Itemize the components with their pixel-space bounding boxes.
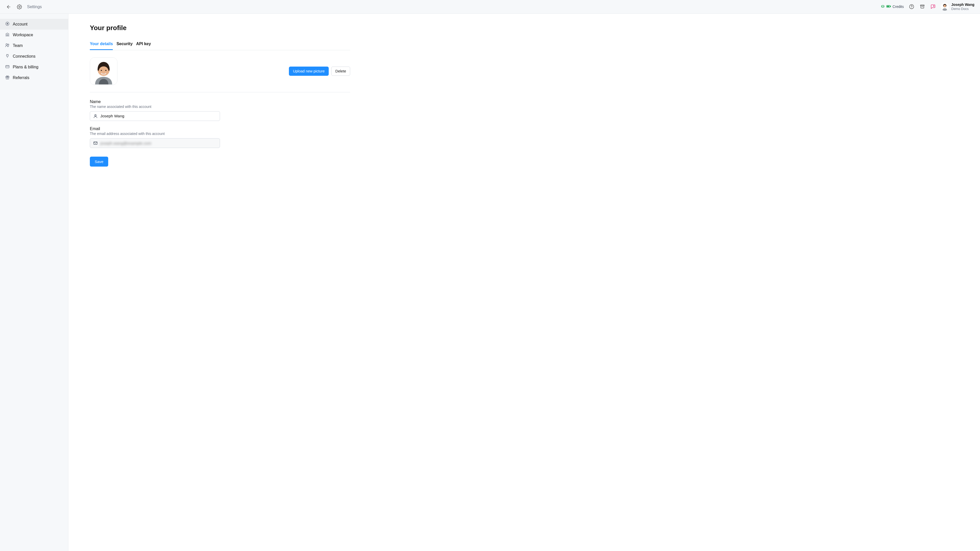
name-label: Name: [90, 100, 220, 104]
arrow-left-icon: [6, 4, 11, 10]
archive-button[interactable]: [919, 3, 925, 10]
avatar-large: [90, 57, 118, 85]
svg-point-2: [881, 5, 884, 6]
sidebar: AccountWorkspaceTeamConnectionsPlans & b…: [0, 14, 68, 551]
email-desc: The email address associated with this a…: [90, 132, 220, 136]
tabs: Your detailsSecurityAPI key: [90, 40, 350, 50]
battery-icon: [886, 5, 891, 9]
sidebar-item-label: Plans & billing: [13, 65, 38, 69]
plug-icon: [5, 54, 10, 59]
help-button[interactable]: [908, 3, 915, 10]
profile-text: Joseph Wang Demo Docs: [951, 3, 975, 11]
help-circle-icon: [909, 4, 914, 9]
svg-rect-7: [889, 6, 889, 7]
sidebar-item-label: Team: [13, 43, 23, 48]
sidebar-item-label: Connections: [13, 54, 35, 59]
chat-bubble-icon: [931, 4, 935, 9]
back-button[interactable]: [6, 4, 12, 10]
mail-icon: [93, 141, 98, 145]
save-button[interactable]: Save: [90, 157, 108, 167]
name-input[interactable]: [100, 114, 217, 118]
topbar-title: Settings: [27, 5, 42, 9]
topbar-left: Settings: [6, 4, 42, 10]
avatar-actions: Upload new picture Delete: [289, 67, 350, 76]
sidebar-item-label: Account: [13, 22, 27, 27]
svg-point-29: [95, 114, 96, 116]
upload-picture-button[interactable]: Upload new picture: [289, 67, 329, 76]
tab-api-key[interactable]: API key: [136, 40, 151, 50]
users-icon: [5, 43, 10, 48]
profile-name: Joseph Wang: [951, 3, 975, 7]
sidebar-item-team[interactable]: Team: [0, 40, 68, 51]
topbar: Settings Credits: [0, 0, 980, 14]
svg-point-18: [6, 44, 7, 45]
sidebar-item-connections[interactable]: Connections: [0, 51, 68, 62]
profile-subtitle: Demo Docs: [951, 7, 975, 11]
svg-rect-6: [888, 6, 888, 7]
email-label: Email: [90, 127, 220, 131]
content: Your profile Your detailsSecurityAPI key: [68, 14, 980, 551]
svg-rect-20: [6, 65, 9, 68]
sidebar-item-plans-billing[interactable]: Plans & billing: [0, 62, 68, 73]
email-value-obscured: joseph.wang@example.com: [100, 141, 151, 145]
settings-icon-button[interactable]: [16, 4, 22, 10]
name-field-group: Name The name associated with this accou…: [90, 100, 220, 121]
page-title: Your profile: [90, 24, 350, 32]
feedback-button[interactable]: [930, 3, 936, 10]
coin-icon: [881, 4, 885, 9]
topbar-right: Credits Joseph Wang Demo Docs: [881, 3, 974, 11]
tab-security[interactable]: Security: [116, 40, 132, 50]
target-icon: [5, 21, 10, 27]
sidebar-item-workspace[interactable]: Workspace: [0, 30, 68, 40]
credits-block[interactable]: Credits: [881, 4, 904, 9]
sidebar-item-label: Referrals: [13, 76, 29, 80]
svg-point-19: [8, 44, 9, 45]
sidebar-item-label: Workspace: [13, 33, 33, 37]
svg-point-1: [19, 6, 20, 7]
delete-picture-button[interactable]: Delete: [331, 67, 350, 76]
sidebar-item-account[interactable]: Account: [0, 19, 68, 30]
bank-icon: [5, 32, 10, 38]
gear-icon: [17, 4, 22, 10]
name-desc: The name associated with this account: [90, 105, 220, 109]
svg-point-28: [105, 70, 107, 71]
profile-menu[interactable]: Joseph Wang Demo Docs: [941, 3, 975, 11]
avatar-small: [941, 3, 949, 11]
name-input-wrap[interactable]: [90, 111, 220, 121]
archive-icon: [920, 4, 925, 9]
svg-point-12: [933, 6, 934, 6]
avatar-section: Upload new picture Delete: [90, 57, 350, 92]
svg-point-27: [101, 70, 102, 71]
tab-your-details[interactable]: Your details: [90, 40, 113, 50]
card-icon: [5, 64, 10, 70]
svg-rect-5: [887, 6, 888, 7]
email-field-group: Email The email address associated with …: [90, 127, 220, 148]
svg-point-15: [943, 5, 946, 7]
user-icon: [93, 114, 98, 118]
email-input-wrap: joseph.wang@example.com: [90, 138, 220, 148]
sidebar-item-referrals[interactable]: Referrals: [0, 73, 68, 83]
svg-point-17: [7, 23, 8, 24]
gift-icon: [5, 75, 10, 81]
credits-label: Credits: [892, 5, 904, 9]
